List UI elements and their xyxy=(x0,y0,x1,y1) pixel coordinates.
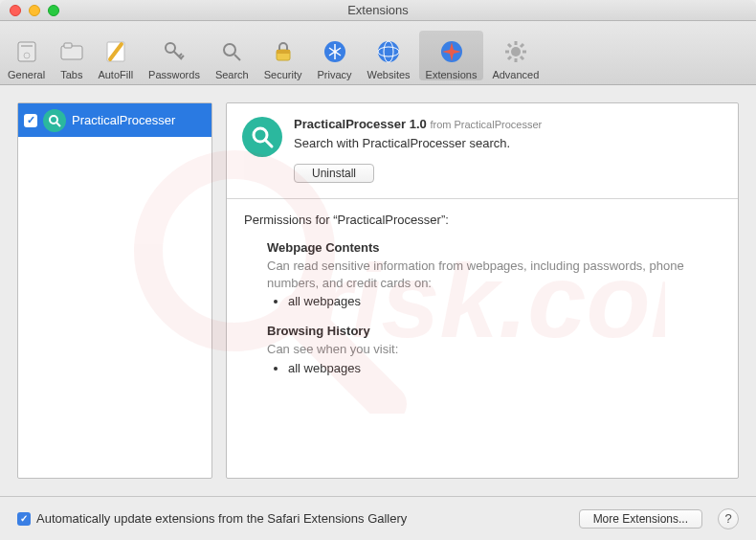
svg-point-16 xyxy=(50,116,57,124)
svg-rect-9 xyxy=(277,50,290,54)
toolbar-privacy[interactable]: Privacy xyxy=(310,31,358,80)
toolbar-search[interactable]: Search xyxy=(209,31,256,80)
toolbar-passwords[interactable]: Passwords xyxy=(142,31,207,80)
extension-checkbox[interactable]: ✓ xyxy=(24,114,37,127)
extension-detail-icon xyxy=(242,117,282,157)
svg-point-15 xyxy=(511,47,521,56)
toolbar-websites[interactable]: Websites xyxy=(361,31,417,80)
toolbar-extensions[interactable]: Extensions xyxy=(419,31,484,80)
svg-point-11 xyxy=(378,41,399,62)
preferences-toolbar: General Tabs AutoFill Passwords Search xyxy=(0,21,756,85)
svg-point-7 xyxy=(224,44,235,56)
toolbar-advanced[interactable]: Advanced xyxy=(485,31,545,80)
permission-history-item: all webpages xyxy=(288,361,721,375)
extension-item-name: PracticalProcesser xyxy=(72,113,175,127)
auto-update-label: Automatically update extensions from the… xyxy=(36,511,573,526)
window-title: Extensions xyxy=(0,3,756,17)
titlebar: Extensions xyxy=(0,0,756,21)
privacy-icon xyxy=(320,36,350,67)
permissions-heading: Permissions for “PracticalProcesser”: xyxy=(244,213,721,227)
websites-icon xyxy=(373,36,404,67)
general-icon xyxy=(11,36,42,67)
permission-webpage-item: all webpages xyxy=(288,294,721,308)
footer: ✓ Automatically update extensions from t… xyxy=(0,496,756,540)
advanced-icon xyxy=(500,36,531,67)
security-icon xyxy=(268,36,299,67)
svg-rect-1 xyxy=(21,45,33,47)
extension-description: Search with PracticalProcesser search. xyxy=(294,136,542,150)
extension-item-icon xyxy=(43,109,66,132)
autofill-icon xyxy=(100,36,131,67)
sidebar-extension-item[interactable]: ✓ PracticalProcesser xyxy=(18,103,211,137)
tabs-icon xyxy=(56,36,87,67)
toolbar-general[interactable]: General xyxy=(1,31,52,80)
extensions-icon xyxy=(436,36,467,67)
extension-author: from PracticalProcesser xyxy=(430,119,542,130)
help-button[interactable]: ? xyxy=(718,508,739,529)
extension-detail-pane: PracticalProcesser 1.0 from PracticalPro… xyxy=(226,102,739,479)
permission-webpage-body: Can read sensitive information from webp… xyxy=(267,258,721,291)
toolbar-security[interactable]: Security xyxy=(257,31,309,80)
more-extensions-button[interactable]: More Extensions... xyxy=(579,509,702,529)
auto-update-checkbox[interactable]: ✓ xyxy=(17,512,31,526)
svg-rect-4 xyxy=(64,43,72,48)
extensions-sidebar: ✓ PracticalProcesser xyxy=(17,102,212,479)
permission-webpage-head: Webpage Contents xyxy=(267,240,721,255)
permission-history-head: Browsing History xyxy=(267,324,721,338)
search-icon xyxy=(216,36,247,67)
passwords-icon xyxy=(159,36,189,67)
extension-title: PracticalProcesser 1.0 xyxy=(294,117,427,131)
uninstall-button[interactable]: Uninstall xyxy=(294,164,374,183)
permission-history-body: Can see when you visit: xyxy=(267,341,721,358)
toolbar-autofill[interactable]: AutoFill xyxy=(91,31,140,80)
toolbar-tabs[interactable]: Tabs xyxy=(54,31,89,80)
